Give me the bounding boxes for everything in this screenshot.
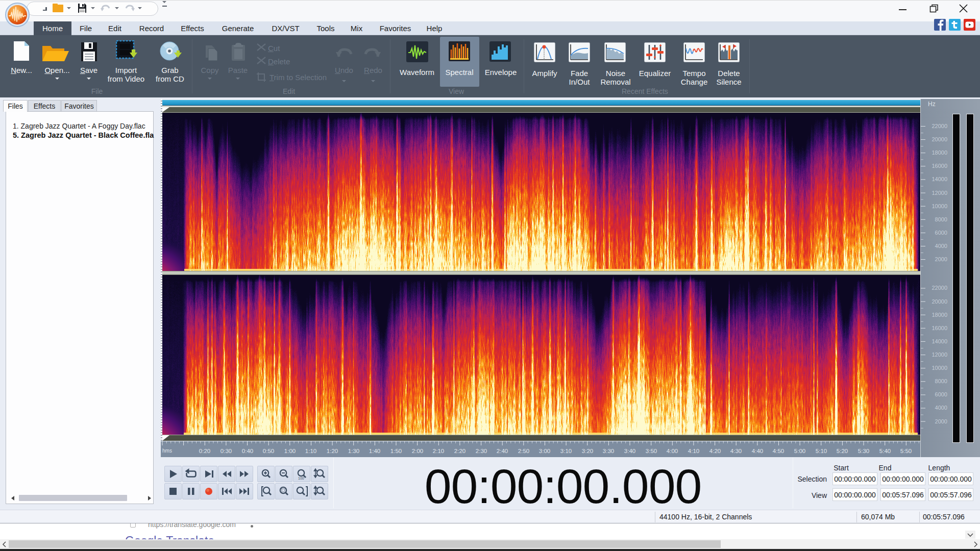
svg-text:100: 100: [298, 477, 304, 480]
